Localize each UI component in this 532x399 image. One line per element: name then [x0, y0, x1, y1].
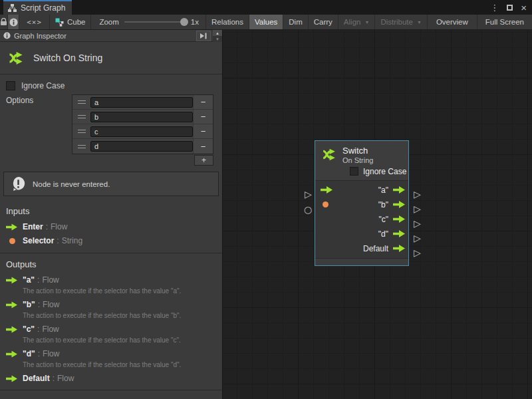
flow-port-icon	[6, 301, 18, 309]
ignore-case-label: Ignore Case	[21, 81, 65, 90]
warning-box: Node is never entered.	[3, 172, 219, 196]
window-titlebar: Script Graph ⋮ ×	[0, 0, 532, 15]
node-port-row: "c"	[315, 212, 408, 227]
tab-script-graph[interactable]: Script Graph	[3, 0, 72, 15]
inputs-header: Inputs	[0, 200, 222, 219]
panel-scroll-spinner[interactable]: ▲ ▼	[213, 30, 222, 42]
remove-option-button[interactable]: −	[193, 139, 213, 154]
dock-panel-button[interactable]	[196, 31, 211, 41]
value-connection-circle-icon[interactable]: ○	[304, 205, 312, 214]
code-view-button[interactable]: <×>	[19, 15, 50, 29]
dropdown-arrow-icon: ▼	[417, 20, 422, 25]
selector-value-port[interactable]	[323, 201, 329, 207]
flow-connection-triangle-icon[interactable]: ▷	[414, 190, 421, 199]
flow-port-icon	[6, 375, 18, 382]
window-controls: ⋮ ×	[490, 0, 527, 15]
drag-handle[interactable]	[72, 130, 90, 133]
options-row: Options − − −	[0, 92, 222, 166]
target-label: Cube	[67, 18, 86, 26]
graph-target-button[interactable]: Cube	[50, 15, 92, 29]
switch-node-icon	[321, 146, 337, 163]
graph-inspector-header: Graph Inspector ▲ ▼	[0, 30, 222, 42]
graph-toolbar: <×> Cube Zoom 1x Relations Values Dim Ca…	[0, 15, 532, 30]
zoom-slider-handle[interactable]	[180, 18, 188, 26]
flow-port-icon	[6, 223, 18, 231]
remove-option-button[interactable]: −	[193, 124, 213, 138]
fullscreen-button[interactable]: Full Screen	[477, 15, 532, 29]
node-ports: "a" "b" "c" "d"	[315, 180, 408, 258]
output-port-row: "c" : Flow	[0, 322, 222, 336]
overview-button[interactable]: Overview	[428, 15, 477, 29]
node-header[interactable]: Switch On String Ignore Case	[315, 141, 408, 180]
remove-option-button[interactable]: −	[193, 110, 213, 124]
values-button[interactable]: Values	[249, 15, 283, 29]
carry-button[interactable]: Carry	[309, 15, 338, 29]
node-ignore-case-label: Ignore Case	[363, 167, 406, 176]
zoom-slider[interactable]	[124, 21, 186, 23]
info-icon	[3, 32, 11, 39]
option-input[interactable]	[90, 97, 193, 108]
port-description: The action to execute if the selector ha…	[0, 311, 222, 322]
flow-connection-triangle-icon[interactable]: ▷	[305, 190, 312, 199]
flow-connection-triangle-icon[interactable]: ▷	[414, 204, 421, 213]
script-graph-asset-icon	[55, 18, 65, 27]
output-flow-port[interactable]	[393, 230, 405, 237]
output-flow-port[interactable]	[393, 215, 405, 223]
lock-icon	[0, 18, 7, 26]
port-label: "c"	[378, 215, 388, 224]
node-port-row: "b"	[315, 198, 408, 212]
warning-bubble-icon	[10, 176, 27, 192]
scroll-down-icon[interactable]: ▼	[213, 36, 222, 42]
option-row: −	[72, 110, 213, 124]
flow-connection-triangle-icon[interactable]: ▷	[414, 233, 421, 243]
flow-connection-triangle-icon[interactable]: ▷	[414, 248, 421, 257]
drag-handle[interactable]	[72, 145, 90, 148]
node-footer	[315, 258, 408, 265]
maximize-button[interactable]	[507, 5, 513, 11]
node-port-row: Default	[315, 241, 408, 256]
value-port-icon	[6, 238, 18, 244]
flow-port-icon	[6, 326, 18, 333]
dim-button[interactable]: Dim	[283, 15, 308, 29]
inspector-toggle-button[interactable]	[8, 15, 19, 29]
lock-button[interactable]	[0, 15, 8, 29]
remove-option-button[interactable]: −	[193, 95, 213, 109]
inspected-node-title: Switch On String	[33, 53, 102, 63]
drag-handle[interactable]	[72, 115, 90, 118]
drag-handle[interactable]	[72, 100, 90, 104]
graph-inspector-panel: Graph Inspector ▲ ▼ Switch On String Ign…	[0, 30, 223, 399]
node-subtitle: On String	[342, 156, 373, 165]
output-port-row: Default : Flow	[0, 371, 222, 385]
option-input[interactable]	[90, 141, 193, 152]
inspector-title: Graph Inspector	[14, 32, 66, 40]
flow-connection-triangle-icon[interactable]: ▷	[414, 219, 421, 228]
distribute-button[interactable]: Distribute▼	[375, 15, 428, 29]
options-list: − − − −	[72, 94, 213, 154]
dropdown-arrow-icon: ▼	[364, 20, 369, 25]
ignore-case-checkbox[interactable]	[6, 81, 15, 90]
port-label: Default	[363, 244, 388, 253]
enter-flow-port[interactable]	[321, 186, 332, 194]
window-menu-button[interactable]: ⋮	[490, 3, 499, 12]
output-flow-port[interactable]	[393, 245, 405, 252]
switch-on-string-node[interactable]: Switch On String Ignore Case "a" "b"	[315, 140, 409, 266]
node-ignore-case-row: Ignore Case	[321, 165, 404, 180]
close-button[interactable]: ×	[521, 3, 527, 13]
zoom-control: Zoom 1x	[91, 15, 206, 29]
inspected-node-title-block: Switch On String	[0, 42, 222, 74]
output-flow-port[interactable]	[393, 186, 405, 194]
option-row: −	[72, 95, 213, 110]
port-description: The action to execute if the selector ha…	[0, 287, 222, 297]
output-port-row: "a" : Flow	[0, 273, 222, 287]
relations-button[interactable]: Relations	[206, 15, 249, 29]
node-ignore-case-checkbox[interactable]	[350, 167, 358, 176]
scroll-up-icon[interactable]: ▲	[213, 30, 222, 36]
info-icon	[9, 18, 18, 27]
option-input[interactable]	[90, 126, 193, 137]
graph-canvas[interactable]: ▷ ○ ▷ ▷ ▷ ▷ ▷ Switch On String	[223, 30, 532, 399]
code-icon: <×>	[27, 18, 42, 27]
add-option-button[interactable]: +	[194, 155, 213, 166]
output-flow-port[interactable]	[393, 201, 405, 208]
align-button[interactable]: Align▼	[338, 15, 376, 29]
option-input[interactable]	[90, 112, 193, 122]
